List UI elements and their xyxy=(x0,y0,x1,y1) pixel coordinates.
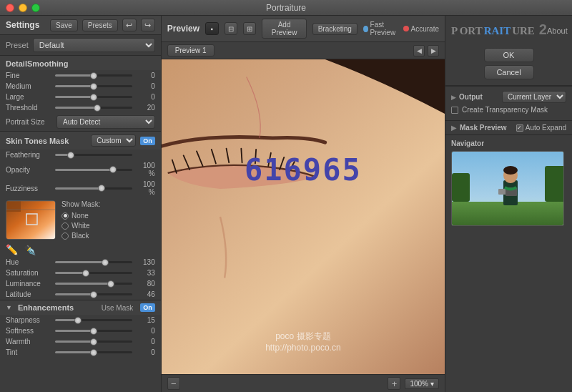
enhancements-title: Enhancements xyxy=(18,303,97,312)
output-row: ▶ Output Current Layer xyxy=(451,91,566,103)
saturation-slider-row: Saturation 33 xyxy=(0,268,161,278)
dual-view-button[interactable]: ⊞ xyxy=(243,22,256,35)
preset-select[interactable]: Default xyxy=(33,38,155,52)
cancel-button[interactable]: Cancel xyxy=(484,65,534,79)
zoom-display[interactable]: 100% ▾ xyxy=(405,378,439,389)
warmth-value: 0 xyxy=(135,338,155,346)
tint-slider[interactable] xyxy=(55,351,132,353)
accurate-option[interactable]: Accurate xyxy=(403,25,439,33)
warmth-slider[interactable] xyxy=(55,340,132,343)
eyedropper-row: ✏️ ✒️ xyxy=(0,242,161,257)
fine-slider-row: Fine 0 xyxy=(0,70,161,81)
warmth-label: Warmth xyxy=(6,338,52,346)
preview-tab-1[interactable]: Preview 1 xyxy=(167,44,214,57)
skin-tones-custom-select[interactable]: Custom xyxy=(91,134,136,147)
color-swatch[interactable] xyxy=(6,200,56,240)
create-transparency-label: Create Transparency Mask xyxy=(462,106,548,114)
fuzziness-label: Fuzziness xyxy=(6,185,52,192)
saturation-slider[interactable] xyxy=(55,272,132,274)
mask-white-radio[interactable] xyxy=(61,222,69,230)
next-preview-button[interactable]: ▶ xyxy=(428,45,439,57)
brand: PORTRAITURE 2 xyxy=(451,21,547,38)
save-button[interactable]: Save xyxy=(50,19,78,31)
window-title: Portraiture xyxy=(266,3,306,13)
redo-button[interactable]: ↪ xyxy=(141,19,155,31)
large-slider[interactable] xyxy=(55,96,132,98)
enhancements-on-badge[interactable]: On xyxy=(140,303,155,312)
single-view-button[interactable]: ▪ xyxy=(205,22,218,35)
zoom-dropdown-icon[interactable]: ▾ xyxy=(430,380,434,388)
mask-preview-row: ▶ Mask Preview Auto Expand xyxy=(445,121,572,135)
zoom-in-button[interactable]: + xyxy=(388,377,400,390)
mask-white-option[interactable]: White xyxy=(61,222,100,230)
fast-preview-label: Fast Preview xyxy=(370,21,398,36)
fine-slider[interactable] xyxy=(55,74,132,77)
enhancements-toggle[interactable]: ▼ xyxy=(6,304,12,311)
large-label: Large xyxy=(6,93,52,101)
preview-tab-bar: Preview 1 ◀ ▶ xyxy=(162,42,445,59)
minimize-button[interactable] xyxy=(19,4,27,12)
image-area: 616965 poco 摄影专题 http://photo.poco.cn xyxy=(162,59,445,374)
brand-o: ORT xyxy=(460,25,483,37)
brand-2: 2 xyxy=(539,21,547,38)
hue-slider[interactable] xyxy=(55,261,132,263)
softness-label: Softness xyxy=(6,327,52,335)
mask-none-radio[interactable] xyxy=(61,212,69,220)
portrait-size-row: Portrait Size Auto Detect xyxy=(0,113,161,131)
latitude-slider[interactable] xyxy=(55,293,132,295)
output-layer-select[interactable]: Current Layer xyxy=(502,91,566,103)
mask-black-radio[interactable] xyxy=(61,232,69,240)
medium-slider-row: Medium 0 xyxy=(0,81,161,92)
mask-none-option[interactable]: None xyxy=(61,212,100,220)
portrait-size-select[interactable]: Auto Detect xyxy=(56,115,155,129)
ok-button[interactable]: OK xyxy=(484,48,534,62)
about-link[interactable]: About xyxy=(547,26,568,35)
mask-black-option[interactable]: Black xyxy=(61,232,100,240)
skin-tones-on-badge[interactable]: On xyxy=(140,137,155,145)
luminance-slider[interactable] xyxy=(55,283,132,285)
window-controls[interactable] xyxy=(6,4,40,12)
navigator-thumbnail[interactable] xyxy=(451,151,564,226)
feathering-slider[interactable] xyxy=(55,154,132,156)
prev-preview-button[interactable]: ◀ xyxy=(413,45,425,57)
brand-ure: URE xyxy=(512,25,535,37)
right-nav: About Help xyxy=(547,26,572,35)
color-picker-area: Show Mask: None White Black xyxy=(0,197,161,242)
softness-slider-row: Softness 0 xyxy=(0,325,161,336)
portrait-size-label: Portrait Size xyxy=(6,118,52,126)
add-preview-button[interactable]: Add Preview xyxy=(262,19,306,39)
use-mask-label: Use Mask xyxy=(102,304,133,312)
medium-slider[interactable] xyxy=(55,85,132,87)
tint-slider-row: Tint 0 xyxy=(0,347,161,358)
threshold-slider-row: Threshold 20 xyxy=(0,102,161,113)
softness-slider[interactable] xyxy=(55,330,132,332)
create-transparency-checkbox[interactable] xyxy=(451,107,458,114)
preview-bottom-bar: − + 100% ▾ xyxy=(162,374,445,392)
fast-preview-radio[interactable] xyxy=(363,26,368,32)
svg-rect-6 xyxy=(452,202,564,226)
latitude-slider-row: Latitude 46 xyxy=(0,289,161,300)
undo-button[interactable]: ↩ xyxy=(122,19,137,31)
fuzziness-slider[interactable] xyxy=(55,187,132,190)
close-button[interactable] xyxy=(6,4,14,12)
maximize-button[interactable] xyxy=(31,4,40,12)
sharpness-slider[interactable] xyxy=(55,319,132,321)
bracketing-button[interactable]: Bracketing xyxy=(312,23,358,35)
opacity-slider[interactable] xyxy=(55,169,132,171)
fast-preview-option[interactable]: Fast Preview xyxy=(363,21,398,36)
svg-rect-4 xyxy=(162,59,445,374)
threshold-slider[interactable] xyxy=(55,107,132,109)
auto-expand-checkbox[interactable] xyxy=(516,124,523,132)
eyedropper-button[interactable]: ✏️ xyxy=(6,244,18,255)
eyedropper2-button[interactable]: ✒️ xyxy=(24,244,36,255)
preset-label: Preset xyxy=(6,41,29,49)
latitude-value: 46 xyxy=(135,290,155,298)
title-bar: Portraiture xyxy=(0,0,572,16)
output-arrow: ▶ xyxy=(451,94,456,101)
zoom-out-button[interactable]: − xyxy=(167,377,180,390)
presets-button[interactable]: Presets xyxy=(82,19,118,31)
split-view-button[interactable]: ⊟ xyxy=(225,22,237,35)
mask-preview-toggle[interactable]: ▶ xyxy=(451,124,457,132)
sharpness-value: 15 xyxy=(135,316,155,324)
skin-tones-title: Skin Tones Mask xyxy=(6,137,87,145)
